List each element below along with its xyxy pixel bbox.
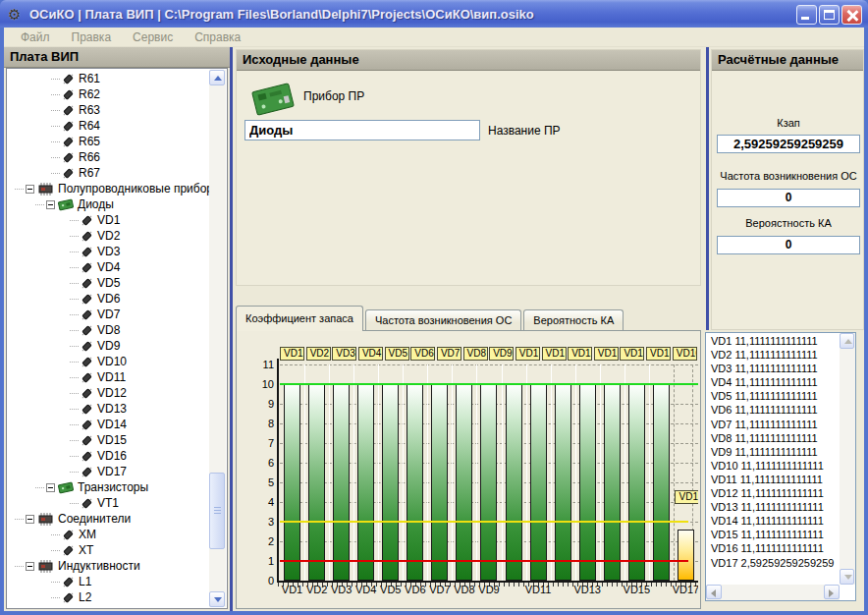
tree-item-VD3[interactable]: VD3 [7, 244, 209, 259]
tree-item-VD13[interactable]: VD13 [7, 401, 209, 417]
expand-toggle[interactable] [46, 200, 55, 209]
tree-item-R67[interactable]: R67 [7, 165, 209, 181]
list-scroll-right-button[interactable] [824, 585, 840, 599]
tree-item-R64[interactable]: R64 [7, 118, 209, 134]
list-item[interactable]: VD9 11,1111111111111 [708, 445, 839, 459]
board-icon [58, 481, 74, 494]
tree-item-VD1[interactable]: VD1 [7, 212, 209, 228]
device-name-input[interactable] [244, 120, 480, 140]
tree-item-Соединители[interactable]: Соединители [7, 511, 209, 527]
tab-koefficient-zapasa[interactable]: Коэффициент запаса [236, 306, 363, 331]
tree-item-Диоды[interactable]: Диоды [7, 196, 209, 212]
gridline-v [427, 364, 428, 581]
component-icon [81, 497, 93, 510]
tree-item-R63[interactable]: R63 [7, 102, 209, 118]
tree-item-R61[interactable]: R61 [7, 71, 209, 86]
tree-item-VD11[interactable]: VD11 [7, 369, 209, 385]
scroll-thumb[interactable] [209, 473, 225, 549]
list-hscrollbar[interactable] [706, 585, 840, 600]
left-splitter[interactable] [230, 47, 233, 611]
tab-veroyatnost-ka[interactable]: Вероятность КА [523, 309, 624, 331]
tree-item-R62[interactable]: R62 [7, 86, 209, 102]
minimize-button[interactable] [796, 5, 817, 25]
tree-item-Полупроводниковые приборы[interactable]: Полупроводниковые приборы [7, 181, 209, 196]
menu-item-Правка[interactable]: Правка [61, 28, 123, 47]
scroll-up-button[interactable] [209, 70, 225, 85]
tree-item-R66[interactable]: R66 [7, 149, 209, 165]
tree-item-VD2[interactable]: VD2 [7, 228, 209, 244]
tree-scrollbar[interactable] [209, 70, 226, 607]
list-scroll-up-button[interactable] [840, 333, 854, 349]
tree-item-VD14[interactable]: VD14 [7, 417, 209, 432]
list-item[interactable]: VD10 11,1111111111111 [708, 459, 839, 473]
tree-item-XT[interactable]: XT [7, 542, 209, 558]
tree-item-L2[interactable]: L2 [7, 589, 209, 605]
tree-item-L3[interactable]: L3 [7, 605, 209, 608]
tree-item-VD7[interactable]: VD7 [7, 307, 209, 322]
tab-chastota-os[interactable]: Частота возникновения ОС [365, 309, 521, 331]
right-splitter[interactable] [706, 47, 709, 330]
y-tick-label: 8 [244, 418, 274, 429]
component-icon [62, 167, 75, 180]
tree-item-Индуктивности[interactable]: Индуктивности [7, 558, 209, 574]
list-item[interactable]: VD15 11,1111111111111 [708, 528, 839, 541]
expand-toggle[interactable] [26, 185, 34, 194]
list-item[interactable]: VD12 11,1111111111111 [708, 486, 839, 500]
menu-item-Файл[interactable]: Файл [10, 28, 61, 47]
tree-item-XM[interactable]: XM [7, 527, 209, 542]
expand-toggle[interactable] [46, 483, 55, 492]
tree-item-VD8[interactable]: VD8 [7, 322, 209, 338]
menu-item-Справка[interactable]: Справка [184, 28, 251, 47]
list-item[interactable]: VD17 2,59259259259259 [708, 556, 839, 570]
tree-item-VT1[interactable]: VT1 [7, 495, 209, 511]
tree-item-label: Полупроводниковые приборы [58, 182, 209, 196]
tree-item-VD12[interactable]: VD12 [7, 385, 209, 401]
gridline-v [403, 364, 404, 581]
list-item[interactable]: VD1 11,1111111111111 [708, 334, 839, 348]
list-item[interactable]: VD5 11,1111111111111 [708, 389, 839, 403]
tree-item-VD16[interactable]: VD16 [7, 448, 209, 464]
component-tree[interactable]: R61R62R63R64R65R66R67Полупроводниковые п… [6, 68, 228, 609]
list-item[interactable]: VD14 11,1111111111111 [708, 514, 839, 528]
component-icon [81, 450, 93, 463]
tree-item-VD9[interactable]: VD9 [7, 338, 209, 354]
list-item[interactable]: VD2 11,1111111111111 [708, 348, 839, 362]
tree-item-VD10[interactable]: VD10 [7, 354, 209, 369]
gridline-v [353, 364, 354, 581]
window-titlebar[interactable]: ОСиКО | Плата ВИП | C:\Program Files\Bor… [0, 0, 868, 28]
list-item[interactable]: VD6 11,1111111111111 [708, 403, 839, 417]
expand-toggle[interactable] [26, 515, 34, 524]
gridline-v [575, 364, 576, 581]
list-item[interactable]: VD16 11,1111111111111 [708, 541, 839, 555]
list-item[interactable]: VD7 11,1111111111111 [708, 418, 839, 431]
expand-toggle[interactable] [26, 562, 34, 571]
results-listbox[interactable]: VD1 11,1111111111111VD2 11,1111111111111… [705, 332, 856, 601]
tree-item-Транзисторы[interactable]: Транзисторы [7, 479, 209, 495]
list-item[interactable]: VD11 11,1111111111111 [708, 473, 839, 486]
list-scroll-down-button[interactable] [840, 569, 854, 585]
tree-item-label: VD16 [97, 449, 127, 463]
list-scroll-left-button[interactable] [706, 585, 722, 599]
tree-item-VD17[interactable]: VD17 [7, 464, 209, 479]
menu-item-Сервис[interactable]: Сервис [122, 28, 184, 47]
list-item[interactable]: VD8 11,1111111111111 [708, 431, 839, 445]
tree-item-R65[interactable]: R65 [7, 134, 209, 149]
tree-connector [70, 346, 79, 347]
tree-item-VD4[interactable]: VD4 [7, 259, 209, 275]
bar-VD16 [653, 384, 670, 581]
list-item[interactable]: VD4 11,1111111111111 [708, 375, 839, 389]
tree-item-L1[interactable]: L1 [7, 574, 209, 589]
tree-item-VD6[interactable]: VD6 [7, 291, 209, 307]
tree-item-VD5[interactable]: VD5 [7, 275, 209, 291]
tree-connector [70, 283, 79, 284]
list-item[interactable]: VD3 11,1111111111111 [708, 362, 839, 375]
maximize-button[interactable] [819, 5, 840, 25]
close-button[interactable] [841, 5, 862, 25]
tree-item-label: VD15 [97, 433, 127, 447]
list-vscrollbar[interactable] [840, 333, 855, 585]
pcb-board-icon [250, 80, 296, 123]
scroll-down-button[interactable] [209, 591, 225, 607]
list-item[interactable]: VD13 11,1111111111111 [708, 500, 839, 514]
tree-item-VD15[interactable]: VD15 [7, 432, 209, 448]
tree-connector [70, 252, 79, 252]
